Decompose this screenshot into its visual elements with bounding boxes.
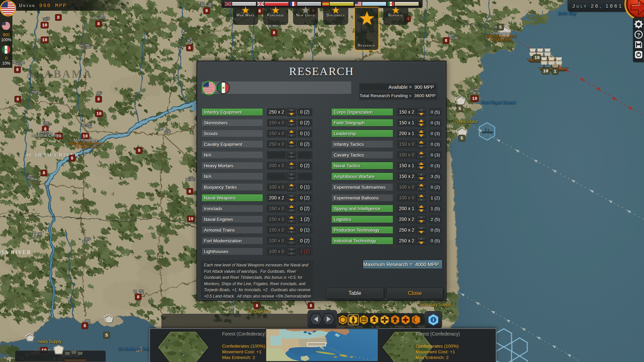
svg-text:MA RIVER: MA RIVER xyxy=(0,249,31,255)
svg-text:?: ? xyxy=(637,32,640,38)
svg-text:i: i xyxy=(433,317,434,322)
svg-text:ALABAMA: ALABAMA xyxy=(26,68,93,80)
